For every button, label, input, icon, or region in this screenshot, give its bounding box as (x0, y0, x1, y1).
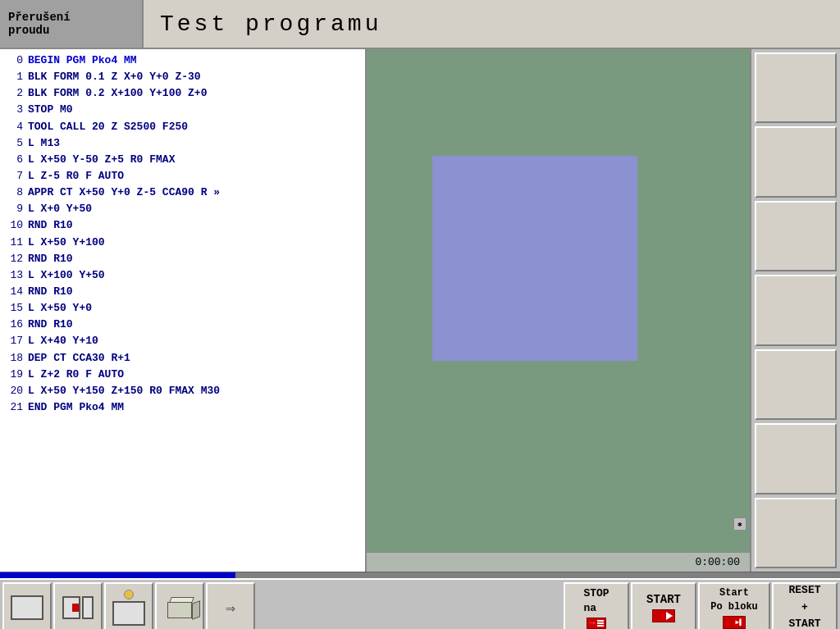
line-number-19: 19 (5, 367, 23, 383)
code-panel: 0BEGIN PGM Pko4 MM1 BLK FORM 0.1 Z X+0 Y… (0, 49, 367, 572)
stop-na-icon: → (587, 618, 606, 629)
viewport-timer: 0:00:00 (367, 552, 750, 572)
screen-small-icon (112, 601, 145, 626)
bottom-toolbar: ⇒ STOPna → START StartPo bloku RESET + S… (0, 578, 840, 629)
line-content-2: BLK FORM 0.2 X+100 Y+100 Z+0 (28, 85, 207, 102)
line-content-1: BLK FORM 0.1 Z X+0 Y+0 Z-30 (28, 69, 201, 85)
po-bloku-label: StartPo bloku (710, 586, 758, 614)
start-icon (652, 609, 675, 622)
line-content-14: RND R10 (28, 284, 73, 300)
line-content-8: APPR CT X+50 Y+0 Z-5 CCA90 R » (28, 185, 220, 201)
line-number-9: 9 (5, 201, 23, 217)
viewport-canvas: ✱ (367, 49, 750, 552)
code-line-10: 10 RND R10 (5, 217, 360, 234)
code-line-5: 5 L M13 (5, 135, 360, 152)
progress-bar-fill (0, 572, 235, 578)
line-content-17: L X+40 Y+10 (28, 333, 98, 349)
line-number-3: 3 (5, 102, 23, 118)
split-screen-icon (62, 596, 94, 619)
3d-box-button[interactable] (155, 582, 204, 629)
line-number-16: 16 (5, 317, 23, 333)
code-line-9: 9 L X+0 Y+50 (5, 201, 360, 217)
viewport-panel: ✱ 0:00:00 (367, 49, 750, 572)
line-number-15: 15 (5, 300, 23, 317)
code-line-19: 19 L Z+2 R0 F AUTO (5, 367, 360, 383)
line-content-19: L Z+2 R0 F AUTO (28, 367, 124, 383)
line-content-18: DEP CT CCA30 R+1 (28, 350, 130, 367)
code-line-6: 6 L X+50 Y-50 Z+5 R0 FMAX (5, 152, 360, 168)
line-number-18: 18 (5, 350, 23, 367)
line-content-11: L X+50 Y+100 (28, 235, 105, 251)
line-number-0: 0 (5, 52, 23, 69)
code-line-4: 4 TOOL CALL 20 Z S2500 F250 (5, 119, 360, 135)
side-btn-5[interactable] (755, 349, 837, 420)
line-number-7: 7 (5, 168, 23, 185)
side-btn-6[interactable] (755, 423, 837, 494)
viewport-shape (432, 156, 637, 361)
code-line-12: 12 RND R10 (5, 251, 360, 267)
line-number-14: 14 (5, 284, 23, 300)
viewport-status-icon: ✱ (733, 517, 746, 531)
side-btn-2[interactable] (755, 126, 837, 197)
split-screen-button[interactable] (53, 582, 103, 629)
screen-button[interactable] (2, 582, 52, 629)
side-btn-4[interactable] (755, 275, 837, 345)
page-title: Test programu (144, 0, 840, 48)
screen-icon (11, 595, 43, 620)
code-line-17: 17 L X+40 Y+10 (5, 333, 360, 349)
right-panel (750, 49, 840, 572)
line-number-1: 1 (5, 69, 23, 85)
toolbar-spacer (257, 582, 562, 629)
line-number-21: 21 (5, 399, 23, 416)
reset-start-label: RESET + START (788, 582, 820, 629)
code-line-20: 20 L X+50 Y+150 Z+150 R0 FMAX M30 (5, 383, 360, 399)
code-line-16: 16 RND R10 (5, 317, 360, 333)
line-number-17: 17 (5, 333, 23, 349)
code-line-7: 7 L Z-5 R0 F AUTO (5, 168, 360, 185)
stop-label: STOPna (583, 586, 609, 616)
line-number-11: 11 (5, 235, 23, 251)
line-content-13: L X+100 Y+50 (28, 267, 105, 284)
code-line-2: 2 BLK FORM 0.2 X+100 Y+100 Z+0 (5, 85, 360, 102)
line-content-4: TOOL CALL 20 Z S2500 F250 (28, 119, 188, 135)
line-content-20: L X+50 Y+150 Z+150 R0 FMAX M30 (28, 383, 220, 399)
line-number-12: 12 (5, 251, 23, 267)
code-line-1: 1 BLK FORM 0.1 Z X+0 Y+0 Z-30 (5, 69, 360, 85)
line-number-13: 13 (5, 267, 23, 284)
line-content-15: L X+50 Y+0 (28, 300, 92, 317)
code-line-8: 8 APPR CT X+50 Y+0 Z-5 CCA90 R » (5, 185, 360, 201)
stop-na-button[interactable]: STOPna → (564, 582, 629, 629)
po-bloku-button[interactable]: StartPo bloku (698, 582, 770, 629)
line-number-10: 10 (5, 217, 23, 234)
code-line-3: 3 STOP M0 (5, 102, 360, 118)
arrow-button[interactable]: ⇒ (206, 582, 255, 629)
line-content-9: L X+0 Y+50 (28, 201, 92, 217)
start-label: START (646, 593, 681, 606)
code-line-21: 21 END PGM Pko4 MM (5, 399, 360, 416)
circle-icon (124, 590, 134, 599)
side-btn-3[interactable] (755, 201, 837, 271)
circle-button[interactable] (104, 582, 153, 629)
side-btn-7[interactable] (755, 498, 837, 568)
po-bloku-icon (723, 616, 746, 629)
line-number-6: 6 (5, 152, 23, 168)
code-line-18: 18 DEP CT CCA30 R+1 (5, 350, 360, 367)
progress-bar-container (0, 572, 840, 578)
arrow-icon: ⇒ (226, 598, 235, 618)
line-content-3: STOP M0 (28, 102, 73, 118)
line-content-16: RND R10 (28, 317, 73, 333)
line-content-5: L M13 (28, 135, 60, 152)
box3d-icon (162, 595, 197, 620)
line-number-2: 2 (5, 85, 23, 102)
status-label: Přerušení proudu (0, 0, 144, 48)
code-line-15: 15 L X+50 Y+0 (5, 300, 360, 317)
code-line-14: 14 RND R10 (5, 284, 360, 300)
line-content-12: RND R10 (28, 251, 73, 267)
side-btn-1[interactable] (755, 52, 837, 123)
code-line-13: 13 L X+100 Y+50 (5, 267, 360, 284)
line-content-6: L X+50 Y-50 Z+5 R0 FMAX (28, 152, 175, 168)
line-number-4: 4 (5, 119, 23, 135)
line-number-5: 5 (5, 135, 23, 152)
reset-start-button[interactable]: RESET + START (772, 582, 838, 629)
start-button[interactable]: START (631, 582, 696, 629)
